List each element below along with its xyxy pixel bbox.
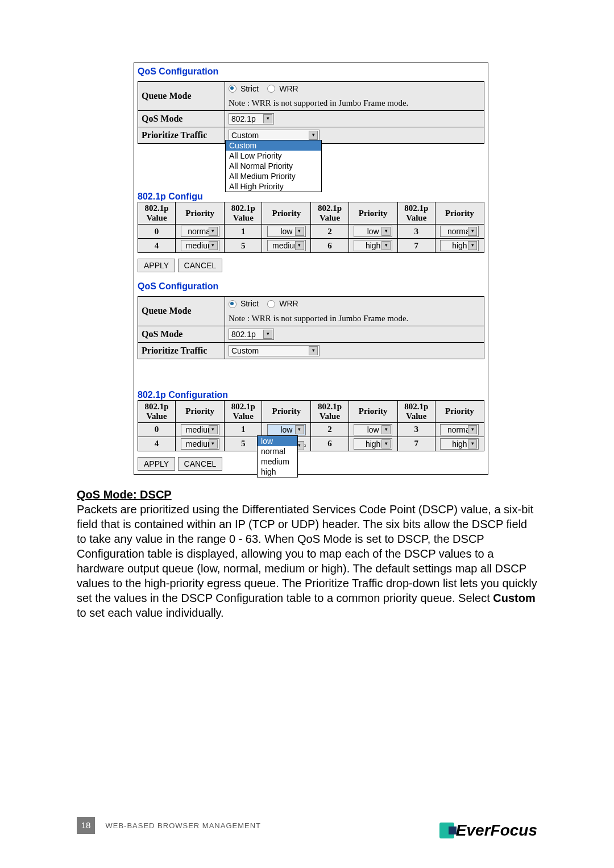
8021p-value: 6 [311, 239, 349, 253]
qos-mode-select-value: 802.1p [231, 114, 256, 123]
8021p-config-table: 802.1p Value Priority 802.1p Value Prior… [138, 202, 484, 253]
apply-button[interactable]: APPLY [138, 259, 175, 272]
8021p-section-title: 802.1p Configu [138, 192, 484, 202]
8021p-priority-select[interactable]: high▾ [354, 438, 392, 450]
8021p-header-value: 802.1p Value [397, 202, 435, 225]
priority-option[interactable]: high [258, 467, 297, 477]
8021p-priority-select[interactable]: medium▾ [267, 240, 306, 251]
chevron-down-icon: ▾ [263, 114, 272, 123]
queue-mode-strict-radio[interactable] [229, 300, 237, 308]
priority-option[interactable]: medium [258, 456, 297, 467]
8021p-header-priority: Priority [262, 202, 311, 225]
chevron-down-icon: ▾ [209, 425, 218, 434]
8021p-header-priority: Priority [435, 202, 484, 225]
8021p-priority-select[interactable]: medium▾ [181, 424, 219, 435]
8021p-value: 2 [311, 422, 349, 437]
prioritize-traffic-option[interactable]: All Medium Priority [226, 171, 321, 181]
prioritize-traffic-option[interactable]: All Low Priority [226, 151, 321, 161]
8021p-priority-select[interactable]: normal▾ [440, 226, 479, 237]
8021p-config-table: 802.1p Value Priority 802.1p Value Prior… [138, 400, 484, 451]
apply-button[interactable]: APPLY [138, 457, 175, 471]
queue-mode-wrr-radio[interactable] [267, 300, 275, 308]
brand: EverFocus [439, 821, 537, 840]
cancel-button[interactable]: CANCEL [178, 457, 223, 471]
prioritize-traffic-value: Custom [231, 131, 259, 140]
queue-mode-note: Note : WRR is not supported in Jumbo Fra… [229, 314, 408, 323]
8021p-priority-open-list[interactable]: low normal medium high [257, 435, 298, 477]
chevron-down-icon: ▾ [468, 227, 477, 236]
chevron-down-icon: ▾ [295, 425, 304, 434]
8021p-header-value: 802.1p Value [225, 202, 262, 225]
chevron-down-icon: ▾ [468, 241, 477, 250]
chevron-down-icon: ▾ [209, 241, 218, 250]
8021p-value: 1 [225, 225, 262, 239]
queue-mode-wrr-label: WRR [279, 84, 298, 93]
8021p-priority-select[interactable]: high▾ [354, 240, 392, 251]
8021p-value: 1 [225, 422, 262, 437]
8021p-priority-select[interactable]: medium▾ [181, 438, 219, 450]
queue-mode-label: Queue Mode [138, 297, 225, 326]
body-paragraph: QoS Mode: DSCP Packets are prioritized u… [77, 487, 537, 620]
8021p-value: 3 [397, 225, 435, 239]
page-number: 18 [77, 817, 95, 834]
brand-name: EverFocus [456, 821, 537, 839]
queue-mode-wrr-radio[interactable] [267, 85, 275, 93]
8021p-priority-select[interactable]: medium▾ [181, 240, 219, 251]
qos-basic-settings-table: Queue Mode Strict WRR Note : WRR is not … [138, 296, 484, 359]
prioritize-traffic-option[interactable]: All Normal Priority [226, 161, 321, 171]
8021p-value: 2 [311, 225, 349, 239]
chevron-down-icon: ▾ [263, 330, 272, 339]
8021p-header-priority: Priority [176, 400, 225, 422]
8021p-priority-select[interactable]: low▾ [354, 424, 392, 435]
8021p-priority-select[interactable]: high▾ [440, 240, 479, 251]
8021p-value: 7 [397, 437, 435, 451]
qos-mode-select[interactable]: 802.1p ▾ [229, 113, 274, 124]
queue-mode-label: Queue Mode [138, 82, 225, 111]
queue-mode-strict-label: Strict [240, 84, 259, 93]
chevron-down-icon: ▾ [381, 439, 391, 448]
brand-logo-icon [439, 823, 454, 838]
body-heading: QoS Mode: DSCP [77, 488, 172, 501]
priority-option[interactable]: normal [258, 446, 297, 456]
8021p-priority-select[interactable]: normal▾ [440, 424, 479, 435]
queue-mode-strict-label: Strict [240, 299, 259, 308]
prioritize-traffic-select[interactable]: Custom▾ [229, 345, 320, 356]
priority-option[interactable]: low [258, 436, 297, 446]
8021p-header-value: 802.1p Value [311, 400, 349, 422]
8021p-value: 5 [225, 239, 262, 253]
qos-mode-label: QoS Mode [138, 326, 225, 342]
8021p-header-priority: Priority [349, 202, 397, 225]
8021p-header-priority: Priority [349, 400, 397, 422]
body-custom-word: Custom [493, 592, 535, 604]
cancel-button[interactable]: CANCEL [178, 259, 223, 272]
prioritize-traffic-select[interactable]: Custom ▾ [229, 130, 320, 141]
qos-config-title: QoS Configuration [138, 67, 484, 77]
queue-mode-strict-radio[interactable] [229, 85, 237, 93]
8021p-header-priority: Priority [435, 400, 484, 422]
qos-basic-settings-table: Queue Mode Strict WRR Note : WRR is not … [138, 81, 484, 144]
8021p-priority-select[interactable]: low▾ [267, 226, 306, 237]
chevron-down-icon: ▾ [309, 346, 318, 355]
chevron-down-icon: ▾ [295, 227, 304, 236]
queue-mode-note: Note : WRR is not supported in Jumbo Fra… [229, 98, 408, 107]
qos-mode-select[interactable]: 802.1p▾ [229, 329, 274, 340]
chevron-down-icon: ▾ [468, 425, 477, 434]
chevron-down-icon: ▾ [468, 439, 477, 448]
prioritize-traffic-option[interactable]: Custom [226, 140, 321, 151]
chevron-down-icon: ▾ [381, 241, 391, 250]
prioritize-traffic-open-list[interactable]: Custom All Low Priority All Normal Prior… [225, 140, 322, 192]
8021p-value: 4 [138, 437, 176, 451]
8021p-value: 6 [311, 437, 349, 451]
prioritize-traffic-label: Prioritize Traffic [138, 127, 225, 144]
8021p-priority-select[interactable]: normal▾ [181, 226, 219, 237]
chevron-down-icon: ▾ [381, 425, 391, 434]
8021p-priority-select[interactable]: low▾ [354, 226, 392, 237]
8021p-header-value: 802.1p Value [225, 400, 262, 422]
8021p-priority-select[interactable]: high▾ [440, 438, 479, 450]
8021p-value: 0 [138, 422, 176, 437]
page-footer: 18 WEB-BASED BROWSER MANAGEMENT EverFocu… [77, 817, 537, 840]
qos-config-title: QoS Configuration [138, 281, 484, 292]
8021p-header-priority: Priority [176, 202, 225, 225]
prioritize-traffic-option[interactable]: All High Priority [226, 181, 321, 192]
8021p-priority-select[interactable]: low▾ [267, 424, 306, 435]
